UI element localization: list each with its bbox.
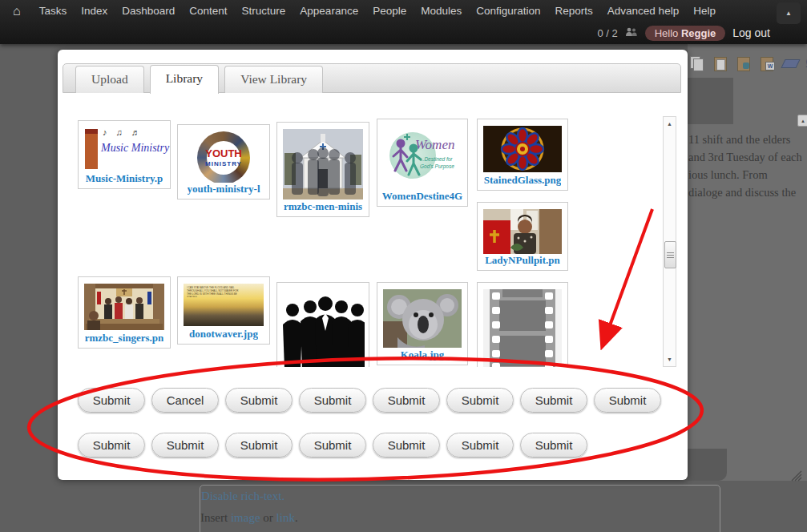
library-item-lady-pulpit[interactable]: LadyNPullpit.pn (477, 202, 568, 271)
menu-item-configuration[interactable]: Configuration (469, 0, 547, 22)
dimmed-text-line: dialoge and discuss the (688, 183, 807, 201)
scroll-down-icon[interactable]: ▼ (664, 353, 676, 365)
scrollbar-thumb[interactable] (664, 241, 676, 268)
eraser-icon (782, 55, 798, 71)
submit-button[interactable]: Submit (225, 433, 293, 457)
editor-toolbar-fragment: W Ω (689, 55, 807, 71)
menu-item-advanced-help[interactable]: Advanced help (600, 0, 686, 22)
submit-button[interactable]: Submit (78, 388, 145, 413)
file-name: donotwaver.jpg (189, 328, 258, 341)
youth-subtitle-text: MINISTRY (184, 160, 264, 167)
stained-glass-thumbnail (483, 126, 562, 172)
menu-item-structure[interactable]: Structure (235, 0, 293, 22)
music-ministry-thumbnail: ♪ ♫ ♬ Music Ministry (83, 127, 165, 167)
men-ministry-thumbnail (283, 129, 363, 200)
tab-library[interactable]: Library (150, 65, 219, 94)
singers-thumbnail (84, 284, 164, 330)
dimmed-page-bottom: Disable rich-text. Insert image or link. (0, 481, 807, 532)
submit-button[interactable]: Submit (446, 433, 514, 457)
greeting-pill[interactable]: Hello Reggie (645, 26, 726, 41)
women-subtitle-text: God's Purpose (420, 163, 454, 169)
menu-item-tasks[interactable]: Tasks (32, 0, 75, 22)
library-item-men-silhouettes[interactable] (276, 282, 369, 367)
textarea-resize-grip-icon (789, 468, 803, 482)
users-icon (625, 26, 638, 40)
toolbar-collapse-button[interactable]: ▲ (777, 2, 801, 24)
tab-view-library[interactable]: View Library (224, 66, 323, 93)
library-grid: ♪ ♫ ♬ Music Ministry Music-Ministry.p YO… (72, 116, 663, 367)
submit-button[interactable]: Submit (373, 388, 440, 413)
media-browser-tabs: Upload Library View Library (63, 63, 681, 93)
home-icon[interactable]: ⌂ (8, 4, 32, 18)
shortcut-count: 0 / 2 (597, 27, 617, 39)
menu-item-modules[interactable]: Modules (414, 0, 469, 22)
admin-toolbar: ⌂ Tasks Index Dashboard Content Structur… (0, 0, 807, 44)
submit-button[interactable]: Submit (594, 388, 661, 413)
insert-or: or (260, 511, 276, 524)
submit-button[interactable]: Submit (373, 433, 440, 457)
dimmed-box (688, 449, 727, 481)
paste-plain-icon (736, 55, 752, 71)
shortcut-row: 0 / 2 Hello Reggie Log out (0, 22, 807, 43)
cancel-button[interactable]: Cancel (151, 388, 219, 413)
file-name: WomenDestine4G (382, 190, 462, 203)
submit-button[interactable]: Submit (78, 433, 145, 457)
submit-button[interactable]: Submit (151, 433, 219, 457)
greeting-username: Reggie (681, 27, 716, 39)
dimmed-panel (688, 78, 733, 124)
file-name: youth-ministry-l (188, 183, 260, 195)
music-title-text: Music Ministry (101, 142, 169, 155)
dimmed-page-right: W Ω ▲ 11 shift and the elders and 3rd Tu… (688, 44, 807, 481)
library-item-men-ministry[interactable]: rmzbc-men-minis (276, 122, 369, 217)
library-item-donotwaver[interactable]: I CAN STAY ABOVE THE FLOOD AND SAIL THRO… (177, 276, 270, 345)
file-name: rmzbc_singers.pn (85, 332, 164, 345)
submit-button[interactable]: Submit (299, 433, 366, 457)
insert-image-link: image (231, 511, 260, 524)
insert-period: . (295, 511, 298, 524)
insert-link-link: link (276, 511, 295, 524)
library-item-women-destined[interactable]: Women ...Destined for God's Purpose Wome… (377, 119, 468, 207)
men-silhouettes-thumbnail (281, 289, 365, 367)
menu-item-people[interactable]: People (365, 0, 414, 22)
media-browser-dialog: Upload Library View Library ♪ ♫ ♬ Music … (58, 50, 688, 480)
file-name: rmzbc-men-minis (284, 200, 362, 213)
library-item-youth-ministry[interactable]: YOUTH MINISTRY youth-ministry-l (177, 124, 270, 200)
submit-button[interactable]: Submit (520, 433, 587, 457)
menu-item-dashboard[interactable]: Dashboard (115, 0, 182, 22)
tab-upload[interactable]: Upload (75, 66, 144, 93)
disable-richtext-link: Disable rich-text. (201, 490, 284, 503)
library-item-koala[interactable]: Koala.jpg (377, 282, 468, 365)
file-name: LadyNPullpit.pn (485, 254, 560, 267)
youth-ministry-thumbnail: YOUTH MINISTRY (184, 131, 264, 183)
submit-button[interactable]: Submit (446, 388, 514, 413)
submit-button[interactable]: Submit (520, 388, 587, 413)
library-item-video-file[interactable] (477, 282, 568, 367)
menu-item-content[interactable]: Content (182, 0, 234, 22)
women-subtitle-text: ...Destined for (420, 156, 452, 162)
submit-button[interactable]: Submit (225, 388, 293, 413)
menu-item-appearance[interactable]: Appearance (293, 0, 365, 22)
library-item-stained-glass[interactable]: StainedGlass.png (477, 119, 568, 191)
admin-menu-row: ⌂ Tasks Index Dashboard Content Structur… (0, 0, 807, 22)
film-strip-thumbnail (483, 289, 562, 367)
copy-icon (689, 55, 705, 71)
paste-from-word-icon: W (759, 55, 775, 71)
greeting-prefix: Hello (655, 27, 681, 39)
submit-button[interactable]: Submit (299, 388, 366, 413)
donotwaver-thumbnail: I CAN STAY ABOVE THE FLOOD AND SAIL THRO… (184, 284, 264, 326)
menu-item-help[interactable]: Help (686, 0, 723, 22)
button-row-1: Submit Cancel Submit Submit Submit Submi… (78, 388, 661, 413)
dimmed-text-line: and 3rd Tuesday of each (688, 148, 807, 166)
library-item-music-ministry[interactable]: ♪ ♫ ♬ Music Ministry Music-Ministry.p (78, 120, 171, 189)
insert-prefix: Insert (200, 511, 231, 524)
women-title-text: Women (415, 137, 454, 153)
library-scrollbar[interactable]: ▲ ▼ (663, 116, 676, 367)
menu-item-index[interactable]: Index (74, 0, 115, 22)
library-item-singers[interactable]: rmzbc_singers.pn (78, 276, 171, 349)
menu-item-reports[interactable]: Reports (548, 0, 600, 22)
dimmed-body-text: 11 shift and the elders and 3rd Tuesday … (688, 131, 807, 201)
logout-link[interactable]: Log out (732, 26, 770, 39)
page-scroll-up-icon: ▲ (797, 115, 807, 127)
scroll-up-icon[interactable]: ▲ (664, 118, 676, 130)
lady-pulpit-thumbnail (483, 209, 562, 254)
